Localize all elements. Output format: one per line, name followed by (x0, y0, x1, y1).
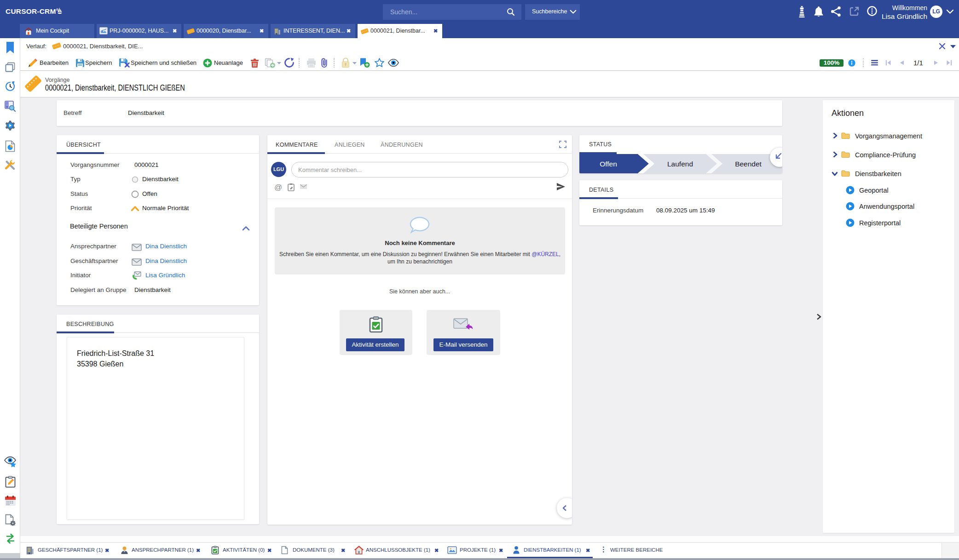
svg-text:Offen: Offen (600, 160, 617, 168)
svg-text:Laufend: Laufend (667, 160, 693, 168)
svg-text:Beendet: Beendet (735, 160, 762, 168)
